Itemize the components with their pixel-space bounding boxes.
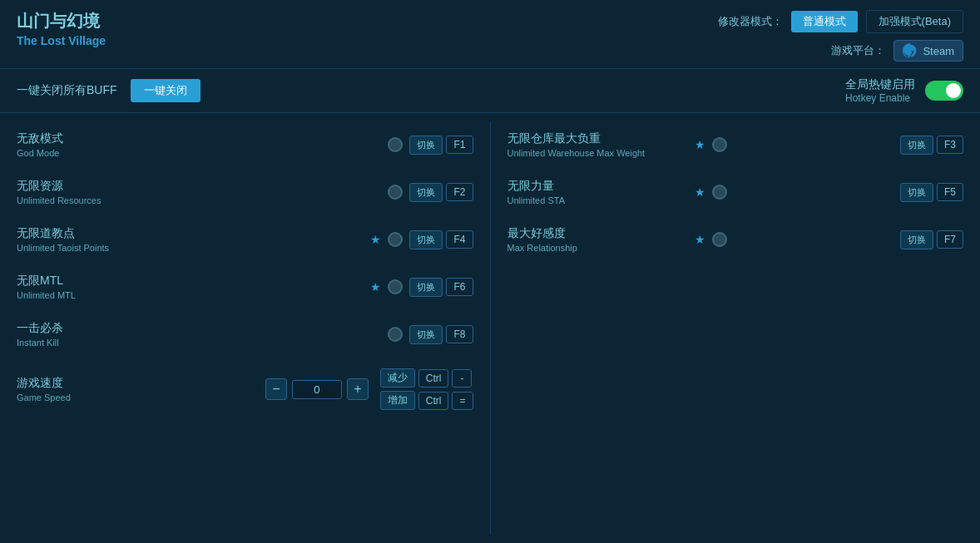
feature-name-cn: 无限资源 (17, 179, 388, 194)
speed-increase-button[interactable]: + (347, 378, 369, 400)
speed-name-en: Game Speed (17, 392, 265, 402)
feature-labels: 无限MTL Unlimited MTL (17, 274, 370, 300)
feature-name-en: Unlimited Taoist Points (17, 243, 370, 253)
feature-name-en: Unlimited STA (507, 195, 695, 205)
fkey-button[interactable]: F6 (446, 278, 473, 296)
speed-decrease-button[interactable]: − (265, 378, 287, 400)
header: 山门与幻境 The Lost Village 修改器模式： 普通模式 加强模式(… (0, 0, 980, 69)
close-all-label: 一键关闭所有BUFF (17, 83, 117, 98)
feature-labels: 无限道教点 Unlimited Taoist Points (17, 226, 370, 253)
hotkey-label-en: Hotkey Enable (845, 92, 915, 104)
hotkey-group: 切换 F8 (409, 325, 473, 344)
feature-unlimited-resources: 无限资源 Unlimited Resources 切换 F2 (17, 169, 473, 216)
feature-unlimited-mtl: 无限MTL Unlimited MTL ★ 切换 F6 (17, 264, 473, 311)
toolbar-left: 一键关闭所有BUFF 一键关闭 (17, 79, 200, 102)
mode-label: 修改器模式： (718, 14, 783, 29)
fkey-button[interactable]: F7 (937, 230, 963, 249)
feature-name-cn: 无限仓库最大负重 (507, 131, 695, 146)
close-all-button[interactable]: 一键关闭 (131, 79, 200, 102)
star-icon: ★ (370, 280, 381, 294)
toggle-thumb (946, 83, 961, 98)
feature-labels: 无限力量 Unlimited STA (507, 179, 695, 205)
feature-controls: 切换 F8 (388, 325, 473, 344)
feature-max-relationship: 最大好感度 Max Relationship ★ 切换 F7 (507, 216, 964, 264)
hotkey-group: 切换 F1 (409, 136, 473, 155)
feature-name-en: Unlimited MTL (17, 290, 370, 300)
speed-controls: − + 减少 Ctrl - 增加 Ctrl = (265, 368, 473, 410)
app-container: 山门与幻境 The Lost Village 修改器模式： 普通模式 加强模式(… (0, 0, 980, 543)
game-title-cn: 山门与幻境 (17, 10, 106, 32)
switch-button[interactable]: 切换 (900, 136, 933, 155)
toggle-circle[interactable] (388, 279, 403, 294)
switch-button[interactable]: 切换 (900, 183, 933, 202)
feature-controls: ★ 切换 F4 (370, 230, 473, 249)
feature-god-mode: 无敌模式 God Mode 切换 F1 (17, 121, 473, 169)
hotkey-group: 切换 F6 (409, 278, 473, 297)
feature-controls: ★ 切换 F5 (695, 183, 963, 202)
feature-labels: 无限资源 Unlimited Resources (17, 179, 388, 205)
ctrl-key[interactable]: Ctrl (418, 392, 449, 410)
platform-row: 游戏平台： Steam (831, 40, 963, 62)
feature-name-cn: 无限力量 (507, 179, 695, 194)
fkey-button[interactable]: F5 (937, 183, 963, 201)
left-panel: 无敌模式 God Mode 切换 F1 无限资源 Unlimited Resou… (0, 121, 491, 535)
normal-mode-button[interactable]: 普通模式 (791, 11, 858, 32)
increase-label: 增加 (380, 391, 415, 410)
feature-controls: 切换 F2 (388, 183, 473, 202)
feature-name-en: Instant Kill (17, 338, 388, 348)
toggle-circle[interactable] (712, 232, 727, 247)
star-icon: ★ (695, 233, 705, 246)
toggle-circle[interactable] (388, 327, 403, 342)
switch-button[interactable]: 切换 (900, 230, 933, 249)
toggle-circle[interactable] (712, 137, 727, 152)
speed-input[interactable] (292, 380, 342, 399)
hotkey-group: 切换 F2 (409, 183, 473, 202)
star-icon: ★ (370, 233, 381, 246)
steam-icon (903, 43, 918, 58)
increase-symbol[interactable]: = (452, 392, 473, 410)
feature-name-en: Unlimited Resources (17, 195, 388, 205)
feature-name-cn: 无限MTL (17, 274, 370, 289)
feature-name-cn: 无限道教点 (17, 226, 370, 241)
feature-controls: ★ 切换 F7 (695, 230, 963, 249)
toggle-circle[interactable] (388, 232, 403, 247)
switch-button[interactable]: 切换 (409, 325, 443, 344)
reduce-symbol[interactable]: - (452, 369, 472, 388)
fkey-button[interactable]: F2 (446, 183, 473, 201)
main-content: 无敌模式 God Mode 切换 F1 无限资源 Unlimited Resou… (0, 113, 980, 543)
feature-labels: 最大好感度 Max Relationship (507, 226, 695, 253)
fkey-button[interactable]: F3 (937, 136, 963, 154)
switch-button[interactable]: 切换 (409, 136, 443, 155)
hotkey-group: 切换 F7 (900, 230, 963, 249)
feature-warehouse: 无限仓库最大负重 Unlimited Warehouse Max Weight … (507, 121, 964, 169)
speed-reduce-row: 减少 Ctrl - (380, 368, 473, 388)
switch-button[interactable]: 切换 (409, 278, 443, 297)
fkey-button[interactable]: F1 (446, 136, 473, 154)
enhanced-mode-button[interactable]: 加强模式(Beta) (866, 10, 963, 33)
feature-name-en: Unlimited Warehouse Max Weight (507, 148, 695, 158)
speed-item: 游戏速度 Game Speed − + 减少 Ctrl - 增加 (17, 358, 473, 420)
fkey-button[interactable]: F4 (446, 230, 473, 249)
toggle-circle[interactable] (388, 185, 403, 200)
feature-controls: ★ 切换 F3 (695, 136, 963, 155)
star-icon: ★ (695, 185, 705, 199)
feature-labels: 一击必杀 Instant Kill (17, 321, 388, 348)
switch-button[interactable]: 切换 (409, 230, 443, 249)
ctrl-key[interactable]: Ctrl (418, 369, 449, 388)
feature-name-en: God Mode (17, 148, 388, 158)
feature-controls: 切换 F1 (388, 136, 473, 155)
steam-label: Steam (923, 45, 954, 57)
feature-name-cn: 一击必杀 (17, 321, 388, 336)
feature-labels: 无限仓库最大负重 Unlimited Warehouse Max Weight (507, 131, 695, 158)
mode-row: 修改器模式： 普通模式 加强模式(Beta) (718, 10, 963, 33)
hotkey-toggle[interactable] (925, 81, 963, 101)
platform-label: 游戏平台： (831, 43, 885, 58)
feature-unlimited-taoist: 无限道教点 Unlimited Taoist Points ★ 切换 F4 (17, 216, 473, 264)
toggle-circle[interactable] (388, 137, 403, 152)
speed-increase-row: 增加 Ctrl = (380, 391, 473, 410)
hotkey-group: 切换 F4 (409, 230, 473, 249)
fkey-button[interactable]: F8 (446, 325, 473, 343)
game-title-en: The Lost Village (17, 34, 106, 47)
switch-button[interactable]: 切换 (409, 183, 443, 202)
toggle-circle[interactable] (712, 185, 727, 200)
